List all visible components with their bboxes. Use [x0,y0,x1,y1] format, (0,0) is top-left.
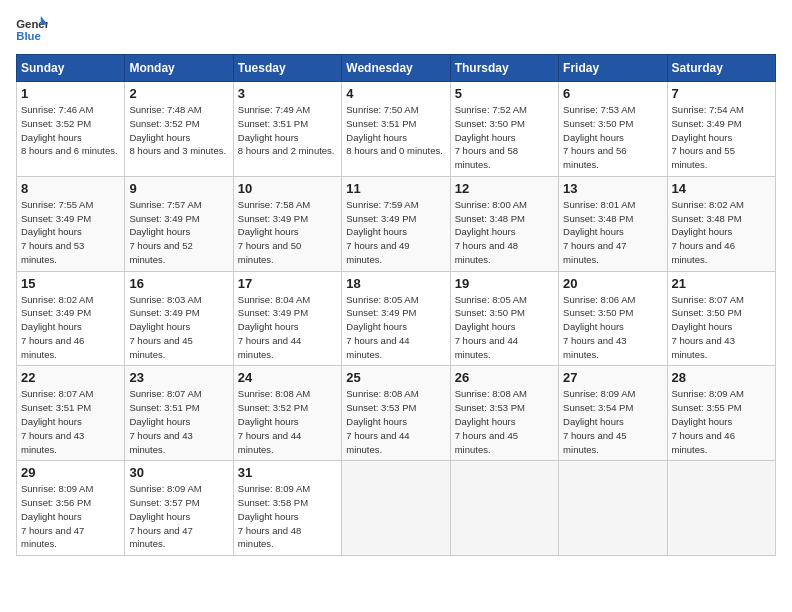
calendar-cell: 10Sunrise: 7:58 AMSunset: 3:49 PMDayligh… [233,176,341,271]
day-number: 25 [346,370,445,385]
day-info: Sunrise: 8:05 AMSunset: 3:49 PMDaylight … [346,293,445,362]
day-number: 15 [21,276,120,291]
day-number: 7 [672,86,771,101]
day-info: Sunrise: 8:07 AMSunset: 3:51 PMDaylight … [129,387,228,456]
calendar-week-1: 1Sunrise: 7:46 AMSunset: 3:52 PMDaylight… [17,82,776,177]
day-number: 26 [455,370,554,385]
day-info: Sunrise: 8:09 AMSunset: 3:55 PMDaylight … [672,387,771,456]
calendar-cell [667,461,775,556]
calendar-cell: 30Sunrise: 8:09 AMSunset: 3:57 PMDayligh… [125,461,233,556]
header-saturday: Saturday [667,55,775,82]
day-number: 24 [238,370,337,385]
header-tuesday: Tuesday [233,55,341,82]
calendar-cell: 31Sunrise: 8:09 AMSunset: 3:58 PMDayligh… [233,461,341,556]
calendar-cell: 20Sunrise: 8:06 AMSunset: 3:50 PMDayligh… [559,271,667,366]
day-info: Sunrise: 7:49 AMSunset: 3:51 PMDaylight … [238,103,337,158]
day-info: Sunrise: 7:55 AMSunset: 3:49 PMDaylight … [21,198,120,267]
calendar-cell: 29Sunrise: 8:09 AMSunset: 3:56 PMDayligh… [17,461,125,556]
day-info: Sunrise: 7:58 AMSunset: 3:49 PMDaylight … [238,198,337,267]
day-info: Sunrise: 8:08 AMSunset: 3:53 PMDaylight … [346,387,445,456]
calendar-cell: 18Sunrise: 8:05 AMSunset: 3:49 PMDayligh… [342,271,450,366]
day-number: 19 [455,276,554,291]
day-info: Sunrise: 8:04 AMSunset: 3:49 PMDaylight … [238,293,337,362]
header-monday: Monday [125,55,233,82]
calendar-cell: 11Sunrise: 7:59 AMSunset: 3:49 PMDayligh… [342,176,450,271]
day-info: Sunrise: 8:09 AMSunset: 3:57 PMDaylight … [129,482,228,551]
header-wednesday: Wednesday [342,55,450,82]
day-number: 1 [21,86,120,101]
day-number: 8 [21,181,120,196]
day-info: Sunrise: 8:00 AMSunset: 3:48 PMDaylight … [455,198,554,267]
svg-text:Blue: Blue [16,30,41,42]
logo: General Blue [16,16,48,44]
calendar-cell: 8Sunrise: 7:55 AMSunset: 3:49 PMDaylight… [17,176,125,271]
page-header: General Blue [16,16,776,44]
header-friday: Friday [559,55,667,82]
day-number: 3 [238,86,337,101]
day-number: 18 [346,276,445,291]
day-info: Sunrise: 8:06 AMSunset: 3:50 PMDaylight … [563,293,662,362]
day-number: 2 [129,86,228,101]
calendar-cell: 26Sunrise: 8:08 AMSunset: 3:53 PMDayligh… [450,366,558,461]
calendar-cell: 2Sunrise: 7:48 AMSunset: 3:52 PMDaylight… [125,82,233,177]
day-info: Sunrise: 8:05 AMSunset: 3:50 PMDaylight … [455,293,554,362]
day-info: Sunrise: 8:07 AMSunset: 3:50 PMDaylight … [672,293,771,362]
day-number: 11 [346,181,445,196]
calendar-cell: 24Sunrise: 8:08 AMSunset: 3:52 PMDayligh… [233,366,341,461]
calendar-cell: 17Sunrise: 8:04 AMSunset: 3:49 PMDayligh… [233,271,341,366]
calendar-cell: 7Sunrise: 7:54 AMSunset: 3:49 PMDaylight… [667,82,775,177]
day-info: Sunrise: 8:09 AMSunset: 3:54 PMDaylight … [563,387,662,456]
calendar-cell: 4Sunrise: 7:50 AMSunset: 3:51 PMDaylight… [342,82,450,177]
calendar-cell: 9Sunrise: 7:57 AMSunset: 3:49 PMDaylight… [125,176,233,271]
calendar-table: SundayMondayTuesdayWednesdayThursdayFrid… [16,54,776,556]
day-number: 30 [129,465,228,480]
calendar-cell: 23Sunrise: 8:07 AMSunset: 3:51 PMDayligh… [125,366,233,461]
day-info: Sunrise: 8:07 AMSunset: 3:51 PMDaylight … [21,387,120,456]
day-number: 14 [672,181,771,196]
day-info: Sunrise: 7:46 AMSunset: 3:52 PMDaylight … [21,103,120,158]
day-number: 21 [672,276,771,291]
calendar-cell: 21Sunrise: 8:07 AMSunset: 3:50 PMDayligh… [667,271,775,366]
day-number: 10 [238,181,337,196]
day-number: 9 [129,181,228,196]
day-info: Sunrise: 8:01 AMSunset: 3:48 PMDaylight … [563,198,662,267]
header-thursday: Thursday [450,55,558,82]
calendar-cell: 16Sunrise: 8:03 AMSunset: 3:49 PMDayligh… [125,271,233,366]
day-number: 12 [455,181,554,196]
calendar-header-row: SundayMondayTuesdayWednesdayThursdayFrid… [17,55,776,82]
calendar-cell: 6Sunrise: 7:53 AMSunset: 3:50 PMDaylight… [559,82,667,177]
calendar-cell: 3Sunrise: 7:49 AMSunset: 3:51 PMDaylight… [233,82,341,177]
calendar-cell: 14Sunrise: 8:02 AMSunset: 3:48 PMDayligh… [667,176,775,271]
calendar-cell [342,461,450,556]
calendar-cell: 12Sunrise: 8:00 AMSunset: 3:48 PMDayligh… [450,176,558,271]
calendar-cell: 19Sunrise: 8:05 AMSunset: 3:50 PMDayligh… [450,271,558,366]
day-number: 23 [129,370,228,385]
day-number: 31 [238,465,337,480]
calendar-cell [559,461,667,556]
calendar-cell: 27Sunrise: 8:09 AMSunset: 3:54 PMDayligh… [559,366,667,461]
day-info: Sunrise: 8:02 AMSunset: 3:49 PMDaylight … [21,293,120,362]
day-info: Sunrise: 8:08 AMSunset: 3:52 PMDaylight … [238,387,337,456]
calendar-week-2: 8Sunrise: 7:55 AMSunset: 3:49 PMDaylight… [17,176,776,271]
day-info: Sunrise: 7:57 AMSunset: 3:49 PMDaylight … [129,198,228,267]
day-info: Sunrise: 8:02 AMSunset: 3:48 PMDaylight … [672,198,771,267]
day-info: Sunrise: 7:48 AMSunset: 3:52 PMDaylight … [129,103,228,158]
calendar-cell: 5Sunrise: 7:52 AMSunset: 3:50 PMDaylight… [450,82,558,177]
day-number: 28 [672,370,771,385]
day-number: 16 [129,276,228,291]
day-info: Sunrise: 8:03 AMSunset: 3:49 PMDaylight … [129,293,228,362]
day-number: 29 [21,465,120,480]
day-number: 20 [563,276,662,291]
day-info: Sunrise: 7:59 AMSunset: 3:49 PMDaylight … [346,198,445,267]
calendar-cell: 25Sunrise: 8:08 AMSunset: 3:53 PMDayligh… [342,366,450,461]
day-number: 6 [563,86,662,101]
logo-icon: General Blue [16,16,48,44]
day-number: 5 [455,86,554,101]
calendar-cell [450,461,558,556]
calendar-week-4: 22Sunrise: 8:07 AMSunset: 3:51 PMDayligh… [17,366,776,461]
day-info: Sunrise: 7:50 AMSunset: 3:51 PMDaylight … [346,103,445,158]
day-number: 13 [563,181,662,196]
day-info: Sunrise: 8:08 AMSunset: 3:53 PMDaylight … [455,387,554,456]
day-info: Sunrise: 8:09 AMSunset: 3:58 PMDaylight … [238,482,337,551]
calendar-week-5: 29Sunrise: 8:09 AMSunset: 3:56 PMDayligh… [17,461,776,556]
